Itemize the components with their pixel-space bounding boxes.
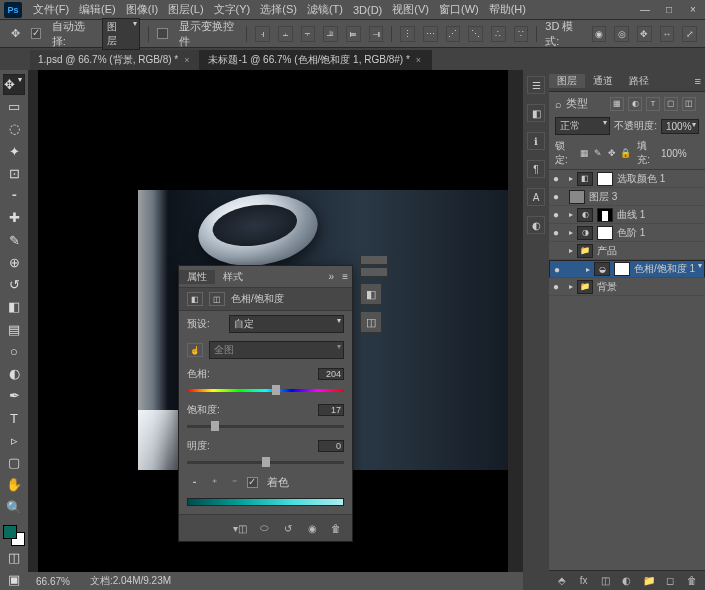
new-group-icon[interactable]: 📁 xyxy=(642,574,656,588)
layer-name[interactable]: 背景 xyxy=(597,280,701,294)
filter-kind-dropdown[interactable]: 类型 xyxy=(566,96,606,111)
move-tool-icon[interactable]: ✥ xyxy=(8,26,23,42)
align-vcenter-icon[interactable]: ⫢ xyxy=(346,26,361,42)
opacity-field[interactable]: 100% xyxy=(661,119,699,134)
sat-field[interactable]: 17 xyxy=(318,404,344,416)
auto-select-dropdown[interactable]: 图层 xyxy=(102,18,140,50)
adj-preset-icon[interactable]: ◧ xyxy=(360,283,382,305)
tab-channels[interactable]: 通道 xyxy=(585,74,621,88)
mask-thumb[interactable] xyxy=(597,226,613,240)
folder-icon[interactable]: ▸ xyxy=(569,282,573,291)
3d-orbit-icon[interactable]: ◉ xyxy=(592,26,607,42)
layer-name[interactable]: 选取颜色 1 xyxy=(617,172,701,186)
align-left-icon[interactable]: ⫞ xyxy=(255,26,270,42)
link-layers-icon[interactable]: ⬘ xyxy=(555,574,569,588)
swatches-panel-icon[interactable]: ◧ xyxy=(527,104,545,122)
doc-size[interactable]: 文档:2.04M/9.23M xyxy=(90,574,171,588)
menu-file[interactable]: 文件(F) xyxy=(28,2,74,17)
layer-row[interactable]: ●▸📁背景 xyxy=(549,278,705,296)
3d-pan-icon[interactable]: ✥ xyxy=(637,26,652,42)
delete-adj-icon[interactable]: 🗑 xyxy=(328,521,344,535)
heal-tool[interactable]: ✚ xyxy=(3,208,25,228)
visibility-icon[interactable]: ● xyxy=(553,173,565,184)
folder-icon[interactable]: ▸ xyxy=(569,246,573,255)
mask-thumb[interactable] xyxy=(597,208,613,222)
dist-right-icon[interactable]: ⋰ xyxy=(446,26,461,42)
blur-tool[interactable]: ○ xyxy=(3,341,25,361)
layer-row[interactable]: ●▸◒色相/饱和度 1 xyxy=(549,260,705,278)
eraser-tool[interactable]: ◧ xyxy=(3,297,25,317)
doc-tab-1[interactable]: 1.psd @ 66.7% (背景, RGB/8) *× xyxy=(30,50,200,70)
clip-icon[interactable]: ▾◫ xyxy=(232,521,248,535)
character-panel-icon[interactable]: A xyxy=(527,188,545,206)
filter-smart-icon[interactable]: ◫ xyxy=(682,97,696,111)
dodge-tool[interactable]: ◐ xyxy=(3,364,25,384)
crop-tool[interactable]: ⊡ xyxy=(3,163,25,183)
new-layer-icon[interactable]: ◻ xyxy=(664,574,678,588)
colorize-checkbox[interactable] xyxy=(247,477,258,488)
stamp-tool[interactable]: ⊕ xyxy=(3,252,25,272)
layer-name[interactable]: 图层 3 xyxy=(589,190,701,204)
window-min-button[interactable]: — xyxy=(637,4,653,16)
layer-name[interactable]: 色相/饱和度 1 xyxy=(634,262,700,276)
dist-hcenter-icon[interactable]: ⋯ xyxy=(423,26,438,42)
visibility-icon[interactable]: ● xyxy=(553,227,565,238)
menu-3d[interactable]: 3D(D) xyxy=(348,4,387,16)
sat-slider[interactable] xyxy=(187,421,344,431)
align-hcenter-icon[interactable]: ⫠ xyxy=(278,26,293,42)
layer-row[interactable]: ●图层 3 xyxy=(549,188,705,206)
tab-layers[interactable]: 图层 xyxy=(549,74,585,88)
layer-row[interactable]: ●▸◑色阶 1 xyxy=(549,224,705,242)
visibility-icon[interactable]: ● xyxy=(554,264,566,275)
filter-shape-icon[interactable]: ▢ xyxy=(664,97,678,111)
hue-field[interactable]: 204 xyxy=(318,368,344,380)
move-tool[interactable]: ✥ xyxy=(3,74,25,95)
tab-properties[interactable]: 属性 xyxy=(179,270,215,284)
range-dropdown[interactable]: 全图 xyxy=(209,341,344,359)
paragraph-panel-icon[interactable]: ¶ xyxy=(527,160,545,178)
layer-mask-icon[interactable]: ◫ xyxy=(598,574,612,588)
lock-pixels-icon[interactable]: ✎ xyxy=(593,147,604,159)
dock-tab[interactable] xyxy=(360,255,388,265)
color-range-bar[interactable] xyxy=(187,498,344,506)
menu-edit[interactable]: 编辑(E) xyxy=(74,2,121,17)
filter-adj-icon[interactable]: ◐ xyxy=(628,97,642,111)
dist-vcenter-icon[interactable]: ∴ xyxy=(491,26,506,42)
layer-row[interactable]: ●▸◧选取颜色 1 xyxy=(549,170,705,188)
light-slider[interactable] xyxy=(187,457,344,467)
visibility-icon[interactable]: ● xyxy=(553,209,565,220)
dist-bottom-icon[interactable]: ∵ xyxy=(514,26,529,42)
filter-kind-icon[interactable]: ⌕ xyxy=(555,98,562,110)
layer-name[interactable]: 产品 xyxy=(597,244,701,258)
zoom-tool[interactable]: 🔍 xyxy=(3,497,25,517)
path-tool[interactable]: ▹ xyxy=(3,430,25,450)
preset-dropdown[interactable]: 自定 xyxy=(229,315,344,333)
pen-tool[interactable]: ✒ xyxy=(3,386,25,406)
layer-name[interactable]: 色阶 1 xyxy=(617,226,701,240)
eyedropper-add-icon[interactable]: ⁺ xyxy=(207,476,221,490)
mask-thumb[interactable] xyxy=(614,262,630,276)
window-close-button[interactable]: × xyxy=(685,4,701,16)
3d-slide-icon[interactable]: ↔ xyxy=(660,26,675,42)
dist-top-icon[interactable]: ⋱ xyxy=(468,26,483,42)
lock-transparent-icon[interactable]: ▦ xyxy=(579,147,590,159)
shape-tool[interactable]: ▢ xyxy=(3,453,25,473)
mask-preset-icon[interactable]: ◫ xyxy=(360,311,382,333)
filter-pixel-icon[interactable]: ▦ xyxy=(610,97,624,111)
info-panel-icon[interactable]: ℹ xyxy=(527,132,545,150)
menu-help[interactable]: 帮助(H) xyxy=(484,2,531,17)
close-icon[interactable]: × xyxy=(416,55,421,65)
adjustments-panel-icon[interactable]: ◐ xyxy=(527,216,545,234)
menu-filter[interactable]: 滤镜(T) xyxy=(302,2,348,17)
tab-paths[interactable]: 路径 xyxy=(621,74,657,88)
prev-state-icon[interactable]: ⬭ xyxy=(256,521,272,535)
close-icon[interactable]: × xyxy=(184,55,189,65)
show-transform-checkbox[interactable] xyxy=(157,28,167,39)
menu-window[interactable]: 窗口(W) xyxy=(434,2,484,17)
layer-fx-icon[interactable]: fx xyxy=(577,574,591,588)
layer-name[interactable]: 曲线 1 xyxy=(617,208,701,222)
blend-mode-dropdown[interactable]: 正常 xyxy=(555,117,610,135)
history-panel-icon[interactable]: ☰ xyxy=(527,76,545,94)
gradient-tool[interactable]: ▤ xyxy=(3,319,25,339)
lock-position-icon[interactable]: ✥ xyxy=(606,147,617,159)
